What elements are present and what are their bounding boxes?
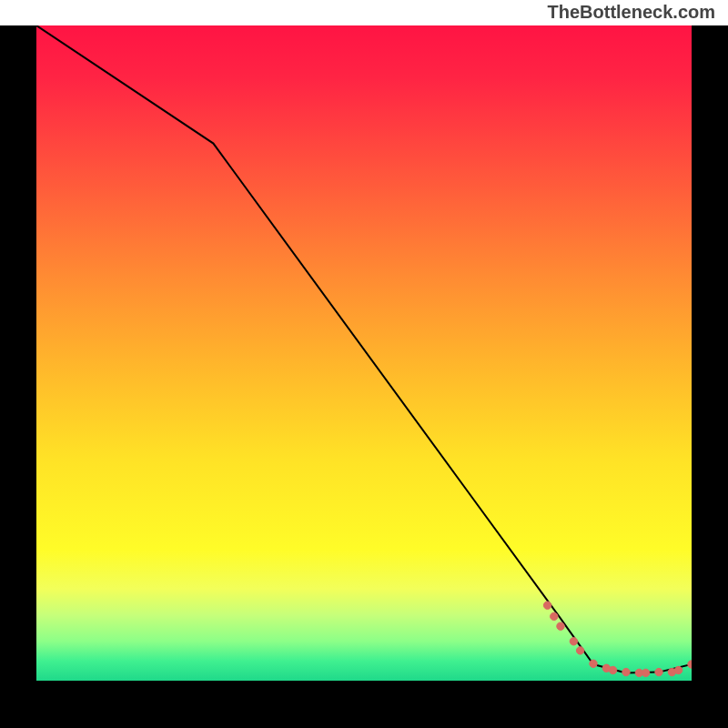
data-point [551,612,558,620]
data-point [688,661,692,668]
data-point [590,660,597,667]
data-point [642,669,649,676]
data-point [557,622,564,630]
data-point [543,602,551,609]
data-point [622,668,630,675]
chart-svg [36,25,692,681]
data-point [576,647,583,654]
header-bar: TheBottleneck.com [0,0,728,25]
plot-area [36,25,692,681]
watermark-text: TheBottleneck.com [548,2,715,22]
figure-frame: TheBottleneck.com [0,0,728,728]
data-point [655,668,662,675]
data-points-group [543,602,692,677]
bottleneck-curve [36,25,692,672]
data-point [609,666,616,673]
data-point [570,638,577,645]
data-point [674,666,682,673]
